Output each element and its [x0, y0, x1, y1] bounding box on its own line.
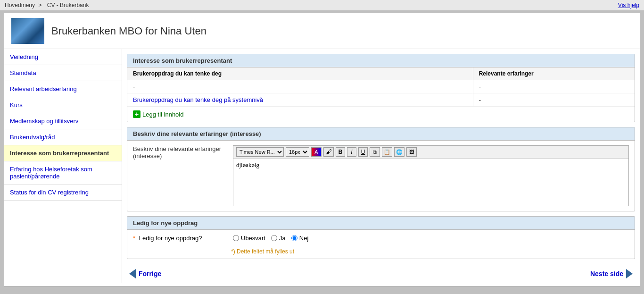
font-family-select[interactable]: Times New R... — [236, 147, 284, 157]
ledig-section-header: Ledig for nye oppdrag — [127, 217, 635, 230]
col1-header: Brukeroppdrag du kan tenke deg — [127, 67, 473, 80]
row2-col1[interactable]: Brukeroppdrag du kan tenke deg på system… — [127, 93, 473, 107]
interest-section-header: Interesse som brukerrepresentant — [127, 54, 635, 67]
radio-group: Ubesvart Ja Nej — [233, 235, 308, 242]
nav-footer: Forrige Neste side — [122, 264, 640, 283]
ledig-label: * Ledig for nye oppdrag? — [133, 235, 227, 242]
add-content-button[interactable]: + Legg til innhold — [133, 110, 183, 118]
radio-ja-label: Ja — [279, 235, 286, 242]
main-content: Interesse som brukerrepresentant Brukero… — [122, 49, 640, 283]
underline-button[interactable]: U — [358, 147, 368, 157]
breadcrumb: Hovedmeny > CV - Brukerbank — [5, 2, 91, 8]
sidebar-item-status[interactable]: Status for din CV registrering — [4, 185, 122, 201]
sidebar-item-stamdata[interactable]: Stamdata — [4, 65, 122, 81]
radio-ubesvart-label: Ubesvart — [241, 235, 265, 242]
editor-toolbar: Times New R... 16px A 🖌 B I U ⧉ 📋 — [233, 146, 628, 159]
add-content-label: Legg til innhold — [142, 111, 183, 118]
sidebar-item-medlemskap[interactable]: Medlemskap og tillitsverv — [4, 113, 122, 129]
copy-button[interactable]: ⧉ — [370, 147, 380, 157]
image-button[interactable]: 🖼 — [406, 147, 417, 157]
description-section: Beskriv dine relevante erfaringer (inter… — [127, 127, 635, 211]
radio-ubesvart[interactable]: Ubesvart — [233, 235, 265, 242]
radio-nej-label: Nej — [299, 235, 309, 242]
breadcrumb-sep1: > — [38, 2, 41, 8]
required-note: *) Dette feltet må fylles ut — [127, 246, 635, 259]
radio-ja[interactable]: Ja — [271, 235, 286, 242]
description-label: Beskriv dine relevante erfaringer (inter… — [133, 145, 227, 206]
sidebar-item-interesse[interactable]: Interesse som brukerrepresentant — [4, 145, 122, 161]
next-label: Neste side — [590, 270, 623, 277]
main-container: Brukerbanken MBO for Nina Uten Veilednin… — [4, 13, 640, 286]
table-row: - - — [127, 80, 635, 93]
highlight-button[interactable]: 🖌 — [323, 147, 334, 157]
top-bar: Hovedmeny > CV - Brukerbank Vis hjelp — [0, 0, 644, 11]
ledig-row: * Ledig for nye oppdrag? Ubesvart Ja — [127, 230, 635, 246]
bold-button[interactable]: B — [336, 147, 345, 157]
interest-table: Brukeroppdrag du kan tenke deg Relevante… — [127, 67, 635, 107]
font-color-button[interactable]: A — [311, 147, 322, 157]
prev-button[interactable]: Forrige — [129, 269, 161, 278]
link-button[interactable]: 🌐 — [394, 147, 405, 157]
description-section-header: Beskriv dine relevante erfaringer (inter… — [127, 127, 635, 141]
header-logo — [11, 18, 44, 44]
sidebar-item-arbeidserfaring[interactable]: Relevant arbeidserfaring — [4, 81, 122, 97]
row1-col2: - — [473, 80, 635, 93]
sidebar-item-kurs[interactable]: Kurs — [4, 97, 122, 113]
content-area: Veiledning Stamdata Relevant arbeidserfa… — [4, 49, 640, 283]
row2-col2: - — [473, 93, 635, 107]
radio-ja-input[interactable] — [271, 235, 277, 241]
font-size-select[interactable]: 16px — [286, 147, 309, 157]
rich-text-editor[interactable]: Times New R... 16px A 🖌 B I U ⧉ 📋 — [233, 145, 629, 206]
sidebar-item-erfaring[interactable]: Erfaring hos Helseforetak som pasient/på… — [4, 161, 122, 185]
required-star: * — [133, 235, 135, 242]
radio-nej-input[interactable] — [291, 235, 297, 241]
editor-content[interactable]: djløakølg — [233, 159, 628, 206]
breadcrumb-home[interactable]: Hovedmeny — [5, 2, 35, 8]
arrow-right-icon — [626, 269, 633, 278]
sidebar: Veiledning Stamdata Relevant arbeidserfa… — [4, 49, 122, 283]
page-title: Brukerbanken MBO for Nina Uten — [51, 25, 206, 37]
description-row: Beskriv dine relevante erfaringer (inter… — [127, 141, 635, 211]
paste-button[interactable]: 📋 — [382, 147, 392, 157]
sidebar-item-brukerutvalg[interactable]: Brukerutvalg/råd — [4, 129, 122, 145]
arrow-left-icon — [129, 269, 136, 278]
radio-ubesvart-input[interactable] — [233, 235, 239, 241]
vis-hjelp-link[interactable]: Vis hjelp — [618, 2, 639, 8]
breadcrumb-current: CV - Brukerbank — [47, 2, 89, 8]
table-row: Brukeroppdrag du kan tenke deg på system… — [127, 93, 635, 107]
radio-nej[interactable]: Nej — [291, 235, 309, 242]
next-button[interactable]: Neste side — [590, 269, 633, 278]
plus-icon: + — [133, 110, 140, 118]
row1-col1: - — [127, 80, 473, 93]
header-section: Brukerbanken MBO for Nina Uten — [4, 13, 640, 49]
col2-header: Relevante erfaringer — [473, 67, 635, 80]
ledig-label-text: Ledig for nye oppdrag? — [139, 235, 202, 242]
interest-section: Interesse som brukerrepresentant Brukero… — [127, 54, 635, 122]
prev-label: Forrige — [139, 270, 161, 277]
sidebar-item-veiledning[interactable]: Veiledning — [4, 49, 122, 65]
interest-section-body: Brukeroppdrag du kan tenke deg Relevante… — [127, 67, 635, 122]
add-content-row: + Legg til innhold — [127, 107, 635, 122]
italic-button[interactable]: I — [347, 147, 356, 157]
ledig-section: Ledig for nye oppdrag * Ledig for nye op… — [127, 216, 635, 259]
